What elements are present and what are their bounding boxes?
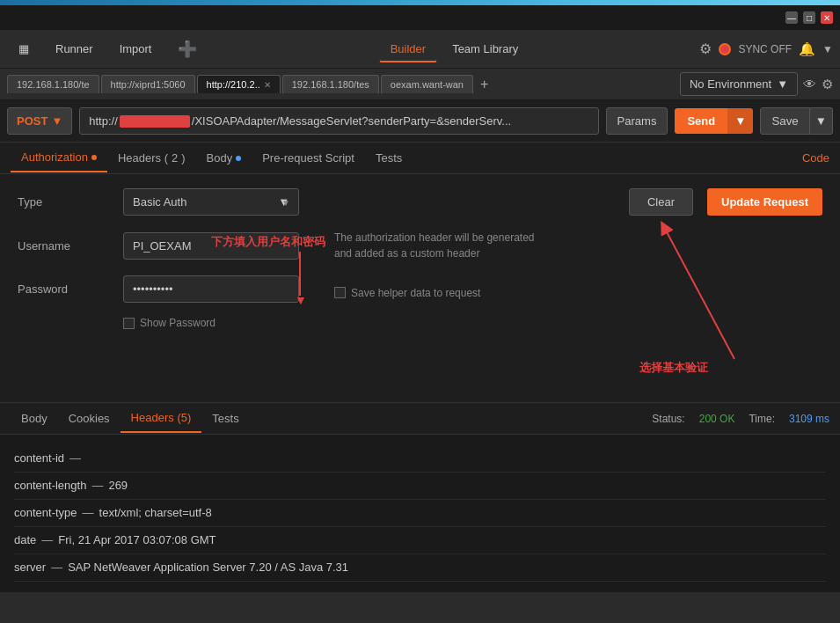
- password-row: Password Save helper data to request: [18, 275, 822, 303]
- type-selector-wrap: Basic Auth ▼: [123, 188, 299, 216]
- tabs-bar: 192.168.1.180/te http://xiprd1:5060 http…: [0, 69, 840, 100]
- team-library-tab[interactable]: Team Library: [441, 36, 530, 62]
- method-chevron-icon: ▼: [51, 114, 62, 128]
- sync-dot: [719, 43, 731, 55]
- password-label: Password: [18, 282, 123, 296]
- header-key: content-length: [14, 476, 86, 495]
- close-button[interactable]: ✕: [821, 11, 833, 24]
- resp-tests-tab[interactable]: Tests: [201, 405, 249, 432]
- tab-1[interactable]: 192.168.1.180/te: [7, 75, 99, 93]
- tab-body[interactable]: Body: [196, 144, 252, 172]
- tab-3-close[interactable]: ✕: [264, 80, 271, 90]
- type-chevron-icon: ▼: [278, 195, 289, 209]
- method-selector[interactable]: POST ▼: [7, 107, 72, 135]
- response-area: Body Cookies Headers (5) Tests Status: 2…: [0, 403, 840, 592]
- password-field[interactable]: [123, 275, 299, 303]
- environment-label: No Environment: [690, 77, 771, 91]
- resp-cookies-tab[interactable]: Cookies: [58, 405, 121, 432]
- response-content: content-id — content-length — 269content…: [0, 435, 840, 592]
- params-button[interactable]: Params: [606, 107, 668, 135]
- eye-button[interactable]: 👁: [803, 77, 816, 92]
- send-button-group: Send ▼: [675, 108, 753, 134]
- type-label: Type: [18, 195, 123, 209]
- tests-label: Tests: [376, 151, 402, 165]
- header-key: content-id: [14, 449, 64, 468]
- tab-3[interactable]: http://210.2.. ✕: [197, 75, 281, 93]
- resp-body-tab[interactable]: Body: [11, 405, 58, 432]
- tab-headers[interactable]: Headers (2): [107, 144, 196, 172]
- username-field[interactable]: [123, 232, 299, 260]
- minimize-button[interactable]: —: [785, 11, 798, 24]
- header-arrow: —: [41, 531, 53, 550]
- header-value: Fri, 21 Apr 2017 03:07:08 GMT: [58, 531, 215, 550]
- header-value: SAP NetWeaver Application Server 7.20 / …: [68, 558, 348, 577]
- pre-request-label: Pre-request Script: [262, 151, 354, 165]
- authorization-dot: [91, 155, 97, 160]
- tab-5[interactable]: oexam.want-wan: [381, 75, 473, 93]
- resp-headers-label: Headers: [131, 411, 174, 424]
- authorization-label: Authorization: [21, 150, 88, 164]
- clear-button[interactable]: Clear: [629, 188, 693, 216]
- show-password-checkbox[interactable]: [123, 318, 135, 329]
- subtabs: Authorization Headers (2) Body Pre-reque…: [0, 143, 840, 174]
- status-area: Status: 200 OK Time: 3109 ms: [652, 413, 829, 425]
- import-button[interactable]: Import: [108, 36, 164, 62]
- tab-tests[interactable]: Tests: [365, 144, 413, 172]
- tab-1-label: 192.168.1.180/te: [17, 79, 90, 90]
- code-link[interactable]: Code: [802, 151, 829, 165]
- time-value: 3109 ms: [789, 413, 829, 425]
- new-tab-button[interactable]: ➕: [166, 33, 208, 65]
- header-arrow: —: [91, 476, 103, 495]
- maximize-button[interactable]: □: [803, 11, 815, 24]
- auth-section: Type Basic Auth ▼ Clear Update Request 下…: [0, 174, 840, 403]
- save-button[interactable]: Save: [760, 107, 809, 135]
- tab-pre-request[interactable]: Pre-request Script: [252, 144, 365, 172]
- sidebar-toggle-button[interactable]: ▦: [7, 36, 40, 62]
- chevron-down-icon[interactable]: ▼: [822, 43, 833, 55]
- header-arrow: —: [83, 503, 94, 523]
- header-row: content-id —: [14, 445, 826, 473]
- header-arrow: —: [69, 449, 81, 468]
- tab-5-label: oexam.want-wan: [391, 79, 464, 90]
- header-row: server — SAP NetWeaver Application Serve…: [14, 554, 826, 582]
- send-dropdown-button[interactable]: ▼: [727, 108, 753, 134]
- resp-headers-tab[interactable]: Headers (5): [121, 404, 202, 433]
- add-tab-button[interactable]: +: [475, 77, 493, 92]
- gear-icon[interactable]: ⚙: [699, 40, 712, 57]
- type-selector[interactable]: Basic Auth ▼: [123, 188, 299, 216]
- header-value: text/xml; charset=utf-8: [99, 503, 212, 523]
- tab-authorization[interactable]: Authorization: [11, 143, 107, 172]
- bell-icon[interactable]: 🔔: [799, 41, 815, 57]
- send-button[interactable]: Send: [675, 108, 727, 134]
- show-password-label: Show Password: [140, 317, 215, 329]
- save-helper-row: Save helper data to request: [334, 287, 480, 299]
- auth-info-line1: The authorization header will be generat…: [334, 231, 534, 244]
- url-prefix: http://: [89, 114, 118, 128]
- header-row: date — Fri, 21 Apr 2017 03:07:08 GMT: [14, 527, 826, 554]
- body-dot: [236, 156, 241, 161]
- annotation-basic-auth: 选择基本验证: [639, 360, 708, 376]
- tab-4[interactable]: 192.168.1.180/tes: [282, 75, 379, 93]
- titlebar: — □ ✕: [0, 5, 840, 30]
- header-value: 269: [108, 476, 128, 495]
- auth-info-line2: and added as a custom header: [334, 247, 479, 260]
- save-dropdown-button[interactable]: ▼: [810, 107, 833, 135]
- builder-tab[interactable]: Builder: [379, 36, 437, 62]
- tab-2[interactable]: http://xiprd1:5060: [101, 75, 195, 93]
- environment-selector[interactable]: No Environment ▼: [680, 72, 798, 96]
- header-row: content-type — text/xml; charset=utf-8: [14, 500, 826, 527]
- update-request-button[interactable]: Update Request: [707, 188, 822, 216]
- env-chevron-icon: ▼: [777, 77, 788, 91]
- settings-button[interactable]: ⚙: [822, 77, 833, 92]
- auth-info: The authorization header will be generat…: [334, 230, 534, 261]
- time-label: Time:: [749, 413, 775, 425]
- tab-2-label: http://xiprd1:5060: [111, 79, 186, 90]
- header-row: content-length — 269: [14, 473, 826, 500]
- save-helper-label: Save helper data to request: [351, 287, 480, 299]
- url-input[interactable]: http:///XISOAPAdapter/MessageServlet?sen…: [79, 107, 598, 135]
- save-helper-checkbox[interactable]: [334, 287, 346, 298]
- status-value: 200 OK: [699, 413, 735, 425]
- runner-button[interactable]: Runner: [44, 36, 105, 62]
- body-label: Body: [207, 151, 233, 165]
- header-key: content-type: [14, 503, 77, 523]
